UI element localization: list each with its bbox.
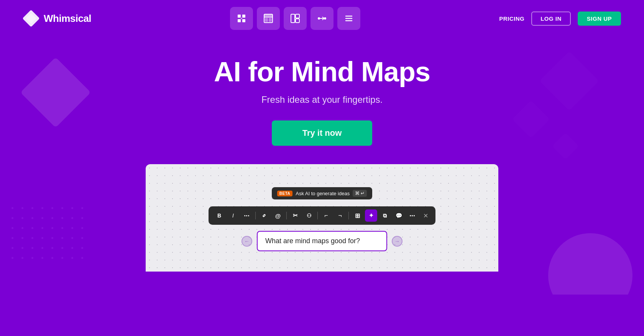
svg-rect-13 [296, 14, 299, 18]
layout-nav-btn[interactable] [284, 7, 307, 30]
svg-rect-14 [296, 19, 299, 23]
svg-rect-2 [238, 15, 241, 18]
scissors-btn[interactable]: ✂ [289, 209, 301, 222]
divider-3 [317, 212, 318, 219]
dot-grid [12, 207, 88, 264]
ai-beta-label: BETA [277, 191, 292, 196]
wireframe-nav-btn[interactable] [257, 7, 280, 30]
toolbar-close-btn[interactable]: ✕ [420, 210, 431, 221]
nav-tool-icons [230, 7, 360, 30]
svg-rect-3 [242, 15, 245, 18]
svg-point-16 [324, 17, 326, 20]
flowchart-nav-btn[interactable] [230, 7, 253, 30]
node-right-arrow[interactable]: → [392, 236, 402, 247]
bend2-btn[interactable]: ⌐ [334, 209, 346, 222]
enter-symbol: ↵ [361, 191, 365, 196]
svg-rect-12 [291, 14, 295, 23]
layout-icon [290, 13, 301, 24]
copy-btn[interactable]: ⧉ [379, 209, 391, 222]
bend1-btn[interactable]: ⌐ [320, 209, 332, 222]
pricing-link[interactable]: PRICING [499, 15, 524, 22]
flowchart-icon [236, 13, 247, 24]
hero-title: AI for Mind Maps [8, 56, 636, 87]
link-icon [261, 212, 267, 219]
deco-diamond-4 [512, 100, 550, 138]
try-it-now-button[interactable]: Try it now [272, 120, 373, 146]
svg-point-15 [318, 17, 320, 20]
person-btn[interactable]: ⚇ [303, 209, 315, 222]
brand-name: Whimsical [44, 13, 91, 25]
logo-link[interactable]: Whimsical [23, 10, 91, 26]
node-row: ← → [242, 231, 402, 251]
comment-btn[interactable]: 💬 [393, 209, 405, 222]
link-btn[interactable] [258, 209, 270, 222]
right-arrow-symbol: → [394, 238, 400, 244]
more-options-btn[interactable]: ••• [406, 209, 419, 222]
logo-icon [23, 10, 39, 26]
ai-badge: BETA Ask AI to generate ideas ⌘ ↵ [272, 187, 372, 199]
grid-btn[interactable]: ⊞ [351, 209, 363, 222]
svg-rect-4 [238, 19, 241, 22]
navbar: Whimsical [0, 0, 644, 37]
svg-rect-11 [269, 18, 272, 22]
connector-nav-btn[interactable] [310, 7, 334, 30]
left-arrow-symbol: ← [244, 238, 250, 244]
hero-subtitle: Fresh ideas at your fingertips. [8, 94, 636, 105]
hero-section: AI for Mind Maps Fresh ideas at your fin… [0, 37, 644, 295]
docs-icon [343, 13, 354, 24]
wireframe-icon [263, 13, 274, 24]
nav-right: PRICING LOG IN SIGN UP [499, 12, 621, 26]
svg-point-6 [241, 18, 242, 19]
cmd-symbol: ⌘ [355, 191, 360, 196]
divider-2 [286, 212, 287, 219]
ai-badge-kbd: ⌘ ↵ [353, 190, 367, 197]
node-input[interactable] [257, 231, 387, 251]
signup-button[interactable]: SIGN UP [578, 12, 621, 26]
ai-btn[interactable]: ✦ [365, 209, 377, 222]
svg-rect-5 [242, 19, 245, 22]
node-left-arrow[interactable]: ← [242, 236, 252, 247]
bold-btn[interactable]: B [213, 209, 225, 222]
italic-btn[interactable]: I [227, 209, 239, 222]
divider-4 [348, 212, 349, 219]
deco-circle [548, 233, 632, 295]
ai-badge-text: Ask AI to generate ideas [296, 191, 350, 196]
formatting-toolbar: B I ••• @ ✂ ⚇ ⌐ ⌐ ⊞ ✦ ⧉ 💬 ••• ✕ [209, 206, 435, 225]
connector-icon [317, 13, 327, 24]
more-text-btn[interactable]: ••• [241, 209, 253, 222]
svg-rect-10 [265, 18, 268, 22]
mention-btn[interactable]: @ [272, 209, 284, 222]
divider-1 [255, 212, 256, 219]
svg-rect-8 [264, 14, 273, 17]
docs-nav-btn[interactable] [337, 7, 360, 30]
login-button[interactable]: LOG IN [531, 12, 571, 26]
deco-diamond-5 [552, 133, 579, 160]
preview-area: BETA Ask AI to generate ideas ⌘ ↵ B I ••… [146, 164, 498, 272]
